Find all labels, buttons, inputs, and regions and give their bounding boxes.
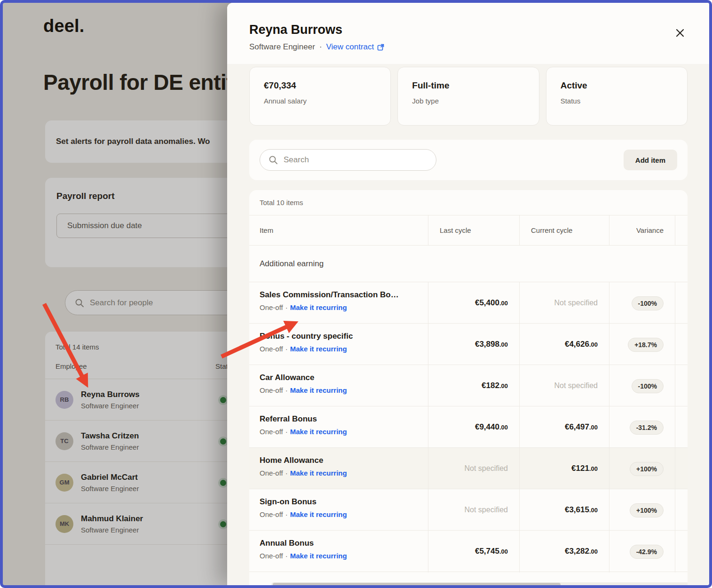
item-cell: Sign-on Bonus One-off·Make it recurring	[249, 489, 428, 531]
item-name: Car Allowance	[260, 373, 419, 382]
row-extra-cell	[675, 489, 688, 531]
item-frequency: One-off	[260, 510, 283, 518]
variance-badge: -31.2%	[630, 421, 664, 435]
variance-cell: -100%	[609, 282, 675, 324]
earning-row: Referral Bonus One-off·Make it recurring…	[249, 406, 688, 448]
meta-separator: ·	[285, 510, 288, 518]
items-search-input[interactable]	[260, 149, 436, 171]
make-recurring-link[interactable]: Make it recurring	[290, 303, 347, 311]
last-cycle-value: €5,400.00	[428, 282, 519, 324]
status-label: Status	[561, 97, 673, 105]
horizontal-scrollbar-track	[271, 582, 688, 587]
item-frequency: One-off	[260, 469, 283, 477]
column-item: Item	[249, 215, 428, 245]
variance-badge: +100%	[630, 503, 664, 517]
annual-salary-label: Annual salary	[264, 97, 376, 105]
variance-cell: -100%	[609, 365, 675, 407]
subtitle-separator: ·	[319, 42, 322, 52]
variance-badge: -100%	[632, 379, 664, 393]
make-recurring-link[interactable]: Make it recurring	[290, 345, 347, 353]
item-meta: One-off·Make it recurring	[260, 345, 419, 353]
items-toolbar: Add item	[249, 140, 688, 180]
add-item-button[interactable]: Add item	[624, 150, 677, 170]
view-contract-link[interactable]: View contract	[326, 42, 385, 52]
variance-cell: -42.9%	[609, 531, 675, 572]
row-extra-cell	[675, 448, 688, 490]
view-contract-label: View contract	[326, 42, 374, 52]
items-search-field[interactable]	[284, 155, 436, 165]
search-icon	[269, 155, 278, 165]
column-variance: Variance	[609, 215, 675, 245]
job-type-label: Job type	[412, 97, 524, 105]
last-cycle-value: €9,440.00	[428, 406, 519, 448]
make-recurring-link[interactable]: Make it recurring	[290, 386, 347, 394]
current-cycle-value: €4,626.00	[519, 324, 609, 366]
row-extra-cell	[675, 406, 688, 448]
current-cycle-value: Not specified	[519, 282, 609, 324]
item-name: Sign-on Bonus	[260, 497, 419, 507]
current-cycle-value: €3,615.00	[519, 489, 609, 531]
item-name: Referral Bonus	[260, 414, 419, 424]
row-extra-cell	[675, 324, 688, 366]
earning-row: Sign-on Bonus One-off·Make it recurring …	[249, 489, 688, 531]
variance-badge: +18.7%	[628, 338, 664, 352]
column-last-cycle: Last cycle	[428, 215, 519, 245]
meta-separator: ·	[285, 469, 288, 477]
item-name: Sales Commission/Transaction Bo…	[260, 290, 419, 300]
earnings-table: Total 10 items Item Last cycle Current c…	[249, 190, 688, 588]
last-cycle-value: Not specified	[428, 489, 519, 531]
item-cell: Referral Bonus One-off·Make it recurring	[249, 406, 428, 448]
earnings-list: Sales Commission/Transaction Bo… One-off…	[249, 282, 688, 572]
earnings-table-header: Item Last cycle Current cycle Variance	[249, 215, 688, 246]
item-frequency: One-off	[260, 303, 283, 311]
last-cycle-value: €182.00	[428, 365, 519, 407]
horizontal-scrollbar-thumb[interactable]	[273, 583, 561, 587]
meta-separator: ·	[285, 345, 288, 353]
make-recurring-link[interactable]: Make it recurring	[290, 552, 347, 560]
section-additional-earning: Additional earning	[249, 246, 688, 282]
last-cycle-value: €3,898.00	[428, 324, 519, 366]
stat-cards: €70,334 Annual salary Full-time Job type…	[249, 67, 688, 126]
item-frequency: One-off	[260, 428, 283, 436]
close-icon	[675, 28, 685, 38]
employee-detail-drawer: Reyna Burrows Software Engineer · View c…	[227, 3, 709, 585]
earning-row: Bonus - country specific One-off·Make it…	[249, 324, 688, 365]
variance-badge: +100%	[630, 462, 664, 476]
external-link-icon	[377, 44, 384, 51]
stat-card-job-type: Full-time Job type	[397, 67, 539, 126]
earning-row: Annual Bonus One-off·Make it recurring €…	[249, 531, 688, 572]
row-extra-cell	[675, 365, 688, 407]
stat-card-status: Active Status	[546, 67, 688, 126]
variance-cell: -31.2%	[609, 406, 675, 448]
row-extra-cell	[675, 531, 688, 572]
close-drawer-button[interactable]	[672, 24, 688, 41]
last-cycle-value: €5,745.00	[428, 531, 519, 572]
variance-cell: +100%	[609, 448, 675, 490]
meta-separator: ·	[285, 552, 288, 560]
item-name: Bonus - country specific	[260, 332, 419, 341]
item-cell: Sales Commission/Transaction Bo… One-off…	[249, 282, 428, 324]
current-cycle-value: Not specified	[519, 365, 609, 407]
variance-cell: +100%	[609, 489, 675, 531]
item-frequency: One-off	[260, 386, 283, 394]
make-recurring-link[interactable]: Make it recurring	[290, 510, 347, 518]
drawer-subtitle: Software Engineer · View contract	[249, 42, 384, 52]
annual-salary-value: €70,334	[264, 80, 376, 91]
item-name: Home Allowance	[260, 456, 419, 465]
column-current-cycle: Current cycle	[519, 215, 609, 245]
item-frequency: One-off	[260, 345, 283, 353]
column-extra	[675, 215, 688, 245]
item-meta: One-off·Make it recurring	[260, 428, 419, 436]
earning-row: Sales Commission/Transaction Bo… One-off…	[249, 282, 688, 324]
make-recurring-link[interactable]: Make it recurring	[290, 469, 347, 477]
app-window: deel. Payroll for DE entity Set alerts f…	[0, 0, 712, 588]
drawer-employee-role: Software Engineer	[249, 42, 315, 52]
item-meta: One-off·Make it recurring	[260, 510, 419, 518]
meta-separator: ·	[285, 428, 288, 436]
current-cycle-value: €121.00	[519, 448, 609, 490]
item-cell: Car Allowance One-off·Make it recurring	[249, 365, 428, 407]
variance-badge: -42.9%	[630, 545, 664, 559]
stat-card-annual-salary: €70,334 Annual salary	[249, 67, 391, 126]
make-recurring-link[interactable]: Make it recurring	[290, 428, 347, 436]
row-extra-cell	[675, 282, 688, 324]
